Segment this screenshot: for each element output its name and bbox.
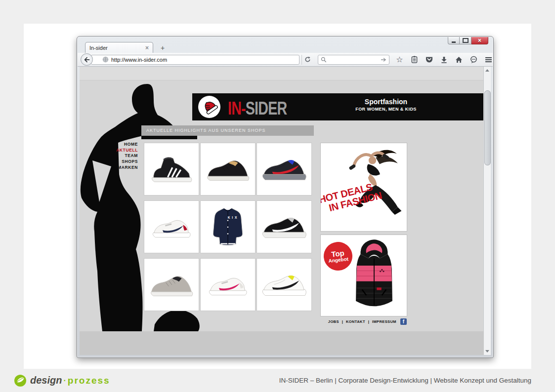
tab-title: In-sider: [89, 45, 145, 51]
footer-link-kontakt[interactable]: KONTAKT: [346, 319, 365, 324]
footer-link-list: JOBS|KONTAKT|IMPRESSUM: [328, 319, 396, 324]
product-shoe-image: [148, 155, 195, 184]
product-card-white-runner-black-swoosh-yellow[interactable]: [257, 259, 311, 311]
window-minimize-button[interactable]: [448, 37, 460, 44]
footer-link-separator: |: [342, 319, 343, 324]
reload-icon: [304, 56, 311, 63]
browser-toolbar: http://www.in-sider.com: [78, 53, 493, 67]
product-card-navy-college-jacket-kix[interactable]: K I X: [201, 201, 255, 253]
product-shoe-image: [261, 155, 307, 184]
product-shoe-image: [261, 271, 307, 299]
studio-separator: ·: [63, 376, 66, 385]
page-top-band: [80, 67, 484, 80]
product-card-grey-suede-sneaker[interactable]: [144, 259, 199, 311]
poster-canvas: In-sider × + ×: [0, 0, 555, 392]
page-viewport: IN-SIDER Sportfashion FOR WOMEN, MEN & K…: [80, 67, 484, 355]
studio-logo: design · prozess: [14, 374, 110, 387]
back-button[interactable]: [81, 53, 93, 66]
product-card-black-leather-sneaker-tan-lining[interactable]: [201, 143, 255, 195]
url-bar[interactable]: http://www.in-sider.com: [91, 55, 299, 65]
poster-card: In-sider × + ×: [24, 24, 531, 369]
main-nav: HOMEAKTUELLTEAMSHOPSMARKEN: [94, 142, 138, 171]
browser-tab[interactable]: In-sider ×: [85, 42, 153, 53]
bookmark-star-icon[interactable]: ☆: [395, 55, 404, 64]
close-icon: ×: [478, 38, 481, 43]
new-tab-button[interactable]: +: [156, 44, 169, 53]
promo-hot-deals[interactable]: HOT DEALS IN FASHION: [321, 143, 407, 231]
site-logo[interactable]: [198, 96, 220, 118]
globe-icon: [102, 56, 109, 63]
product-jacket-image: K I X: [204, 204, 252, 250]
pocket-icon[interactable]: [425, 55, 433, 64]
maximize-icon: [463, 38, 469, 43]
design-prozess-logo-icon: [14, 374, 27, 387]
product-shoe-image: [205, 155, 251, 184]
promo-top-angebot[interactable]: Top Angebot: [321, 235, 407, 316]
url-text[interactable]: http://www.in-sider.com: [111, 57, 296, 63]
product-card-white-kids-shoe-navy-swoosh[interactable]: [144, 201, 199, 253]
browser-window: In-sider × + ×: [77, 36, 494, 358]
nav-item-team[interactable]: TEAM: [94, 153, 138, 159]
window-maximize-button[interactable]: [460, 37, 471, 44]
brand-suffix: SIDER: [246, 97, 287, 118]
brand-prefix: IN-: [228, 97, 246, 118]
product-shoe-image: [148, 271, 195, 299]
poster-footer: design · prozess IN-SIDER – Berlin | Cor…: [0, 369, 555, 392]
nav-item-shops[interactable]: SHOPS: [94, 159, 138, 165]
nav-item-aktuell[interactable]: AKTUELL: [94, 148, 138, 154]
page-bottom-strip: [80, 331, 484, 355]
site-header: IN-SIDER Sportfashion FOR WOMEN, MEN & K…: [192, 93, 483, 120]
toolbar-icons: ☆: [395, 55, 493, 64]
search-icon: [321, 57, 327, 63]
vertical-scrollbar[interactable]: [483, 67, 491, 355]
search-input[interactable]: [318, 55, 389, 65]
right-column: HOT DEALS IN FASHION Top Angebot: [321, 143, 407, 325]
window-controls: ×: [448, 37, 488, 44]
product-card-white-kids-shoe-pink-swoosh[interactable]: [201, 259, 255, 311]
chat-icon[interactable]: [470, 55, 478, 64]
poster-caption: IN-SIDER – Berlin | Corporate Design-Ent…: [279, 377, 531, 384]
menu-hamburger-icon[interactable]: [484, 55, 493, 64]
sneaker-logo-icon: [200, 98, 219, 117]
studio-name-prozess: prozess: [68, 375, 110, 386]
download-icon[interactable]: [440, 55, 448, 64]
bookmarks-clipboard-icon[interactable]: [410, 55, 419, 64]
product-shoe-image: [205, 271, 251, 299]
site-brand: IN-SIDER: [228, 97, 287, 118]
footer-link-impressum[interactable]: IMPRESSUM: [372, 319, 396, 324]
product-card-black-runner-white-swoosh[interactable]: [257, 201, 311, 253]
footer-link-jobs[interactable]: JOBS: [328, 319, 339, 324]
search-go-icon[interactable]: [381, 57, 386, 62]
scroll-up-icon[interactable]: [485, 69, 489, 72]
highlights-heading: AKTUELLE HIGHLIGHTS AUS UNSEREN SHOPS: [141, 125, 314, 136]
product-card-black-grey-runner-red-swoosh[interactable]: [257, 143, 311, 195]
product-card-black-hightop-sneaker-white-stripes[interactable]: [144, 143, 199, 195]
scrollbar-thumb[interactable]: [484, 90, 491, 165]
highlights-underline: [141, 136, 197, 139]
home-icon[interactable]: [455, 55, 463, 64]
product-grid: K I X: [144, 143, 313, 311]
facebook-icon[interactable]: f: [400, 318, 407, 325]
product-shoe-image: [261, 213, 307, 241]
studio-name-design: design: [30, 375, 62, 386]
minimize-icon: [452, 41, 456, 43]
site-footer-links: JOBS|KONTAKT|IMPRESSUM f: [321, 318, 407, 325]
back-arrow-icon: [84, 56, 90, 63]
svg-text:K I X: K I X: [228, 215, 238, 219]
scroll-down-icon[interactable]: [485, 350, 489, 353]
window-close-button[interactable]: ×: [471, 37, 488, 44]
tab-close-icon[interactable]: ×: [145, 44, 149, 51]
reload-button[interactable]: [301, 55, 312, 65]
tagline-subtitle: FOR WOMEN, MEN & KIDS: [344, 107, 428, 112]
site-tagline: Sportfashion FOR WOMEN, MEN & KIDS: [344, 98, 428, 112]
tagline-title: Sportfashion: [344, 98, 428, 106]
footer-link-separator: |: [368, 319, 369, 324]
nav-item-marken[interactable]: MARKEN: [94, 165, 138, 171]
product-shoe-image: [149, 213, 194, 241]
browser-titlebar[interactable]: In-sider × + ×: [77, 37, 493, 53]
nav-item-home[interactable]: HOME: [94, 142, 138, 148]
vest-image: [345, 238, 403, 312]
